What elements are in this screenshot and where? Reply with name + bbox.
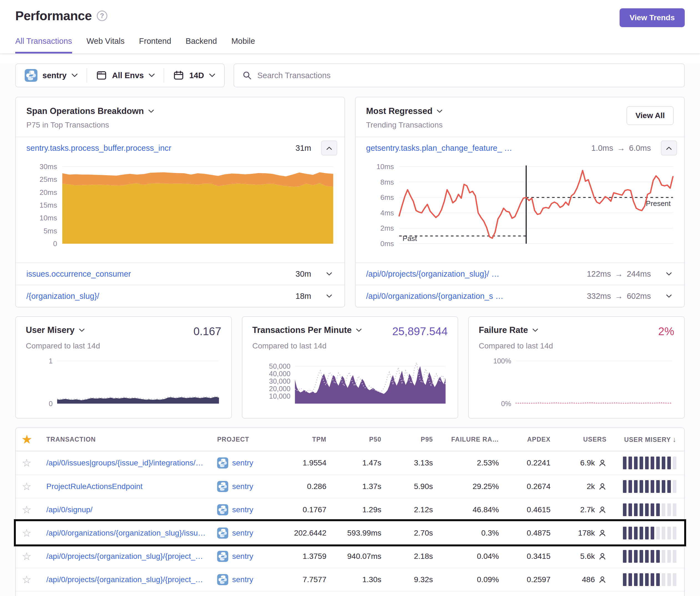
svg-text:5ms: 5ms [44, 227, 57, 235]
user-misery-bars [606, 573, 676, 586]
user-misery-title[interactable]: User Misery [26, 325, 84, 335]
expand-toggle[interactable] [661, 289, 677, 304]
table-header: ★ TRANSACTION PROJECT TPM P50 P95 FAILUR… [16, 428, 684, 451]
col-user-misery[interactable]: USER MISERY↓ [606, 435, 676, 444]
col-p95[interactable]: P95 [381, 436, 433, 443]
p95-cell: 2.12s [381, 506, 433, 514]
project-link[interactable]: sentry [232, 482, 253, 491]
col-transaction[interactable]: TRANSACTION [46, 436, 217, 443]
star-outline-icon[interactable]: ☆ [22, 458, 46, 468]
arrow-right-icon: → [617, 144, 625, 153]
regressed-link[interactable]: /api/0/organizations/{organization_s … [366, 292, 503, 301]
svg-text:0%: 0% [501, 400, 511, 408]
view-trends-button[interactable]: View Trends [620, 8, 685, 27]
span-op-row: issues.occurrence_consumer 30m [16, 262, 345, 285]
star-outline-icon[interactable]: ☆ [22, 504, 46, 515]
table-row: ☆/api/0/issues|groups/{issue_id}/integra… [16, 451, 684, 474]
tab-mobile[interactable]: Mobile [231, 36, 255, 53]
span-operations-title[interactable]: Span Operations Breakdown [26, 106, 154, 116]
apdex-cell: 0.4615 [499, 506, 551, 514]
collapse-toggle[interactable] [321, 140, 337, 156]
chevron-down-icon [72, 74, 78, 77]
expand-toggle[interactable] [321, 266, 337, 281]
col-users[interactable]: USERS [551, 436, 606, 443]
table-row: ☆/api/0/organizations/{organization_slug… [16, 591, 684, 596]
transaction-link[interactable]: ProjectRuleActionsEndpoint [46, 482, 217, 491]
tab-web-vitals[interactable]: Web Vitals [86, 36, 125, 53]
failure-rate-title[interactable]: Failure Rate [479, 325, 538, 335]
filter-group: sentry All Envs 14D [15, 63, 225, 87]
user-icon [598, 529, 606, 537]
expand-toggle[interactable] [661, 266, 677, 281]
help-icon[interactable]: ? [97, 10, 107, 21]
python-project-icon [25, 69, 38, 82]
most-regressed-subtitle: Trending Transactions [366, 121, 443, 129]
search-input[interactable] [257, 71, 676, 80]
star-outline-icon[interactable]: ☆ [22, 528, 46, 538]
project-link[interactable]: sentry [232, 506, 253, 514]
chevron-down-icon [149, 74, 155, 77]
star-filled-icon[interactable]: ★ [22, 434, 46, 445]
transaction-link[interactable]: /api/0/issues|groups/{issue_id}/integrat… [46, 459, 217, 467]
transaction-link[interactable]: /api/0/signup/ [46, 506, 217, 514]
python-project-icon [217, 551, 228, 562]
col-tpm[interactable]: TPM [276, 436, 326, 443]
view-all-button[interactable]: View All [626, 106, 674, 125]
apdex-cell: 0.2674 [499, 482, 551, 491]
python-project-icon [217, 458, 228, 468]
star-outline-icon[interactable]: ☆ [22, 574, 46, 585]
chevron-down-icon [666, 294, 672, 298]
expand-toggle[interactable] [321, 289, 337, 304]
tab-backend[interactable]: Backend [185, 36, 217, 53]
python-project-icon [217, 527, 228, 539]
chevron-down-icon [437, 109, 442, 113]
users-cell: 2k [551, 482, 606, 491]
collapse-toggle[interactable] [661, 140, 677, 156]
regressed-link[interactable]: /api/0/projects/{organization_slug}/ … [366, 269, 499, 279]
project-link[interactable]: sentry [232, 529, 253, 538]
regressed-row: /api/0/projects/{organization_slug}/ … 1… [355, 262, 684, 285]
users-cell: 178k [551, 529, 606, 538]
span-op-link[interactable]: sentry.tasks.process_buffer.process_incr [26, 144, 171, 153]
span-op-row: sentry.tasks.process_buffer.process_incr… [16, 137, 345, 159]
environment-filter[interactable]: All Envs [86, 68, 164, 83]
tab-all-transactions[interactable]: All Transactions [15, 36, 72, 53]
project-filter-label: sentry [43, 71, 67, 80]
transaction-link[interactable]: /api/0/organizations/{organization_slug}… [46, 529, 217, 538]
project-filter[interactable]: sentry [16, 68, 86, 83]
chevron-down-icon [326, 294, 332, 298]
tpm-title[interactable]: Transactions Per Minute [252, 325, 361, 335]
most-regressed-title[interactable]: Most Regressed [366, 106, 443, 116]
svg-text:20ms: 20ms [40, 188, 57, 196]
failure-rate-cell: 0.09% [433, 575, 499, 584]
col-project[interactable]: PROJECT [217, 436, 276, 443]
transaction-link[interactable]: /api/0/projects/{organization_slug}/{pro… [46, 552, 217, 561]
apdex-cell: 0.3415 [499, 552, 551, 561]
transaction-link[interactable]: /api/0/projects/{organization_slug}/{pro… [46, 575, 217, 584]
table-row: ☆/api/0/projects/{organization_slug}/{pr… [16, 544, 684, 568]
project-link[interactable]: sentry [232, 552, 253, 561]
col-apdex[interactable]: APDEX [499, 436, 551, 443]
star-outline-icon[interactable]: ☆ [22, 481, 46, 492]
star-outline-icon[interactable]: ☆ [22, 551, 46, 562]
svg-text:Past: Past [403, 235, 417, 242]
chevron-up-icon [326, 146, 332, 150]
regressed-link[interactable]: getsentry.tasks.plan_change_feature_ … [366, 144, 512, 153]
user-icon [598, 575, 606, 584]
svg-text:50,000: 50,000 [269, 362, 291, 370]
project-link[interactable]: sentry [232, 459, 253, 467]
svg-text:2ms: 2ms [380, 225, 394, 232]
col-failure-rate[interactable]: FAILURE RA… [433, 436, 499, 443]
tab-frontend[interactable]: Frontend [139, 36, 171, 53]
span-op-link[interactable]: issues.occurrence_consumer [26, 269, 131, 279]
svg-text:40,000: 40,000 [269, 370, 291, 378]
svg-text:0ms: 0ms [380, 240, 394, 247]
span-operations-chart: 30ms25ms20ms15ms10ms5ms0 [16, 159, 345, 262]
span-op-link[interactable]: /{organization_slug}/ [26, 292, 99, 301]
col-p50[interactable]: P50 [326, 436, 381, 443]
svg-text:4ms: 4ms [380, 209, 394, 216]
failure-rate-value: 2% [658, 325, 674, 338]
apdex-cell: 0.2241 [499, 459, 551, 467]
project-link[interactable]: sentry [232, 575, 253, 584]
date-range-filter[interactable]: 14D [164, 68, 224, 83]
